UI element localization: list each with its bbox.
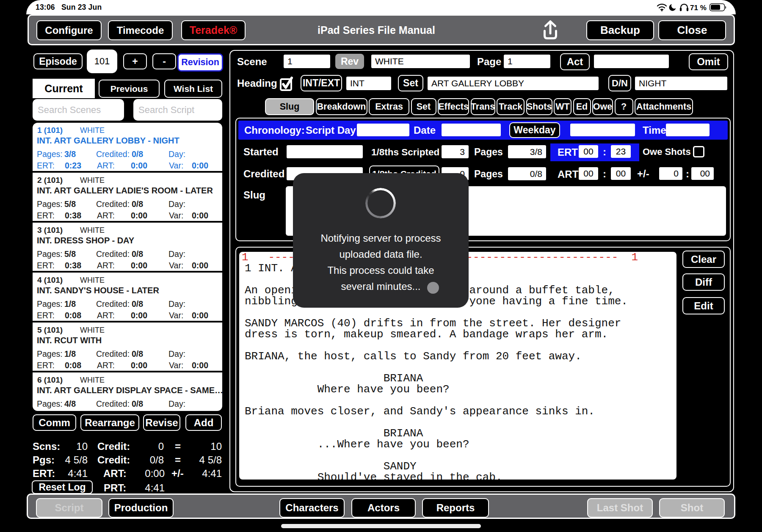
svg-text:71 %: 71 % bbox=[690, 4, 707, 12]
